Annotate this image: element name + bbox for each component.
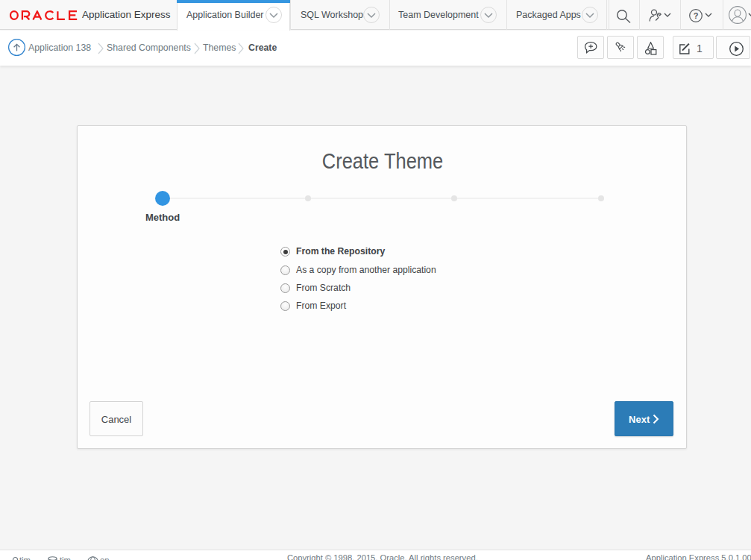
svg-text:?: ? [694,11,699,20]
